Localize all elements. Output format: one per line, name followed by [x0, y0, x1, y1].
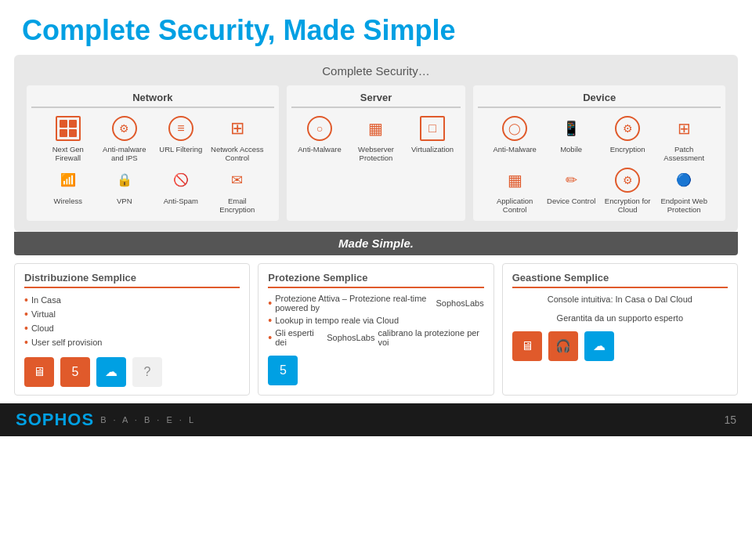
nac-item: Network Access Control [211, 114, 264, 163]
list-item: Gli esperti dei SophosLabs calibrano la … [268, 327, 483, 348]
virtual-item: Virtualization [406, 114, 459, 163]
mobile-item: Mobile [544, 114, 598, 163]
vpn-item: VPN [98, 166, 151, 215]
diagram-title: Complete Security… [27, 64, 725, 78]
distribuzione-title: Distribuzione Semplice [24, 272, 240, 288]
wireless-label: Wireless [54, 197, 82, 205]
device-column: Device Anti-Malware Mobile [473, 85, 725, 221]
made-simple-bar: Made Simple. [14, 232, 738, 255]
device-ctrl-item: Device Control [544, 166, 598, 215]
geastione-title: Geastione Semplice [512, 272, 728, 288]
software-icon: 5 [60, 357, 90, 387]
cloud2-icon: ☁ [584, 331, 614, 361]
device-malware-label: Anti-Malware [493, 145, 536, 154]
vpn-icon [110, 166, 139, 194]
headset-icon: 🎧 [548, 331, 578, 361]
device-malware-icon [501, 114, 529, 143]
made-simple-text: Made Simple. [338, 237, 414, 250]
url-filter-icon [167, 114, 195, 143]
protezione-title: Protezione Semplice [268, 272, 483, 288]
sophos-logo-text: SOPHOS [16, 410, 94, 430]
patch-item: Patch Assessment [657, 114, 710, 163]
network-col-title: Network [31, 92, 274, 108]
bottom-section: Distribuzione Semplice In Casa Virtual C… [14, 263, 738, 396]
device-ctrl-label: Device Control [547, 197, 595, 205]
vpn-label: VPN [117, 197, 132, 205]
server-malware-icon [306, 114, 334, 143]
diagram-section: Complete Security… Network Next Gen Fire… [14, 55, 738, 232]
server-items-grid: Anti-Malware Webserver Protection Virtua… [291, 114, 461, 163]
wireless-item: Wireless [42, 166, 95, 215]
distribuzione-col: Distribuzione Semplice In Casa Virtual C… [14, 263, 250, 396]
footer: SOPHOS B · A · B · E · L 15 [0, 403, 752, 436]
page-number: 15 [724, 414, 736, 426]
mobile-label: Mobile [560, 145, 582, 154]
distribuzione-list: In Casa Virtual Cloud User self provisio… [24, 293, 240, 349]
server-malware-item: Anti-Malware [293, 114, 346, 163]
app-control-icon [501, 166, 529, 194]
url-filter-label: URL Filtering [159, 145, 202, 154]
user-icon: ? [132, 357, 162, 387]
protezione-list: Protezione Attiva – Protezione real-time… [268, 293, 483, 348]
babel-logo-text: B · A · B · E · L [100, 415, 196, 425]
device-malware-item: Anti-Malware [488, 114, 541, 163]
device-items-grid: Anti-Malware Mobile Encryption [478, 114, 721, 215]
network-column: Network Next Gen Firewall Anti-malware a… [27, 85, 279, 221]
encryption-icon [613, 114, 642, 143]
virtual-label: Virtualization [411, 145, 454, 154]
device-col-title: Device [478, 92, 721, 108]
webserver-label: Webserver Protection [349, 145, 403, 163]
endpoint-web-label: Endpoint Web Protection [657, 197, 710, 215]
firewall-icon [54, 114, 82, 143]
protezione-icons: 5 [268, 356, 483, 385]
footer-logo: SOPHOS B · A · B · E · L [16, 410, 196, 430]
list-item: In Casa [24, 293, 240, 307]
enc-cloud-item: Encryption for Cloud [601, 166, 654, 215]
columns-row: Network Next Gen Firewall Anti-malware a… [27, 85, 725, 221]
antimalware-ips-item: Anti-malware and IPS [98, 114, 151, 163]
server-column: Server Anti-Malware Webserver Protection [287, 85, 466, 221]
geastione-icons: 🖥 🎧 ☁ [512, 331, 728, 361]
hardware-icon: 🖥 [24, 357, 54, 387]
network-items-grid: Next Gen Firewall Anti-malware and IPS U… [31, 114, 274, 215]
patch-label: Patch Assessment [657, 145, 710, 163]
list-item: Virtual [24, 307, 240, 321]
server-malware-label: Anti-Malware [298, 145, 341, 154]
geastione-col: Geastione Semplice Console intuitiva: In… [502, 263, 738, 396]
antispam-item: Anti-Spam [154, 166, 208, 215]
next-gen-firewall-item: Next Gen Firewall [42, 114, 95, 163]
wireless-icon [54, 166, 82, 194]
email-enc-label: Email Encryption [211, 197, 264, 215]
endpoint-web-item: Endpoint Web Protection [657, 166, 710, 215]
sophoslabs-highlight-1: SophosLabs [436, 298, 483, 308]
geastione-text-bottom: Gerantita da un supporto esperto [512, 312, 728, 325]
app-control-label: Application Control [488, 197, 541, 215]
list-item: Lookup in tempo reale via Cloud [268, 313, 483, 327]
list-item: Protezione Attiva – Protezione real-time… [268, 293, 483, 313]
encryption-label: Encryption [610, 145, 645, 154]
endpoint-web-icon [670, 166, 698, 194]
firewall-label: Next Gen Firewall [42, 145, 95, 163]
encryption-item: Encryption [601, 114, 654, 163]
server-col-title: Server [291, 92, 461, 108]
list-item: Cloud [24, 321, 240, 335]
console-hardware-icon: 🖥 [512, 331, 542, 361]
shield-icon: 5 [268, 356, 298, 385]
sophoslabs-highlight-2: SophosLabs [327, 333, 374, 342]
main-title: Complete Security, Made Simple [0, 0, 752, 55]
nac-label: Network Access Control [211, 145, 264, 163]
antimalware-icon [110, 114, 139, 143]
distribuzione-icons: 🖥 5 ☁ ? [24, 357, 240, 387]
webserver-icon [362, 114, 390, 143]
app-control-item: Application Control [488, 166, 541, 215]
email-enc-item: Email Encryption [211, 166, 264, 215]
list-item: User self provision [24, 335, 240, 349]
antispam-icon [167, 166, 195, 194]
cloud-icon: ☁ [96, 357, 126, 387]
enc-cloud-label: Encryption for Cloud [601, 197, 654, 215]
webserver-item: Webserver Protection [349, 114, 403, 163]
antimalware-ips-label: Anti-malware and IPS [98, 145, 151, 163]
nac-icon [223, 114, 251, 143]
mobile-icon [557, 114, 585, 143]
email-enc-icon [223, 166, 251, 194]
